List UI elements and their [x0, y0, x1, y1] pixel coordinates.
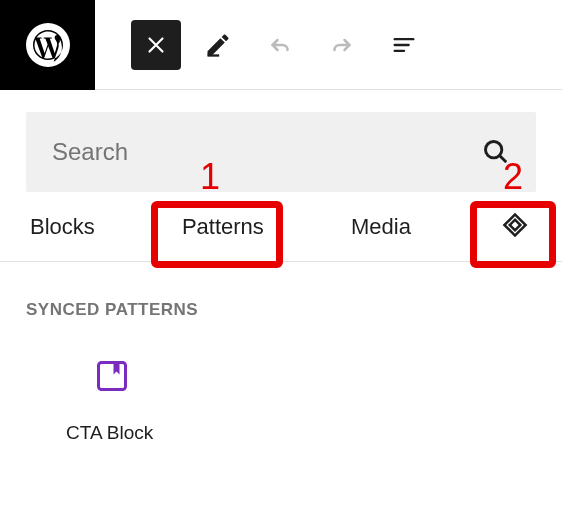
search-input[interactable] [52, 138, 482, 166]
tabs: Blocks Patterns Media [0, 192, 562, 262]
bookmark-block-icon [94, 358, 130, 394]
synced-diamond-icon [500, 210, 530, 240]
topbar [0, 0, 562, 90]
content-area: SYNCED PATTERNS CTA Block [0, 262, 562, 482]
svg-rect-0 [208, 54, 220, 56]
redo-icon [327, 30, 357, 60]
pattern-label: CTA Block [66, 422, 153, 444]
search-icon [482, 138, 510, 166]
svg-rect-4 [99, 363, 126, 390]
search-box[interactable] [26, 112, 536, 192]
tab-media[interactable]: Media [347, 206, 415, 248]
close-icon [143, 32, 169, 58]
tab-blocks[interactable]: Blocks [26, 206, 99, 248]
toolbar [95, 20, 429, 70]
tab-synced-patterns[interactable] [494, 204, 536, 250]
document-outline-button[interactable] [379, 20, 429, 70]
edit-tool-button[interactable] [193, 20, 243, 70]
close-inserter-button[interactable] [131, 20, 181, 70]
pencil-icon [204, 31, 232, 59]
redo-button[interactable] [317, 20, 367, 70]
undo-button[interactable] [255, 20, 305, 70]
pattern-item[interactable]: CTA Block [26, 358, 186, 444]
svg-rect-3 [510, 219, 521, 230]
section-title: SYNCED PATTERNS [26, 300, 536, 320]
wordpress-logo-icon [26, 23, 70, 67]
search-area [0, 90, 562, 192]
wp-logo-block[interactable] [0, 0, 95, 90]
outline-icon [390, 31, 418, 59]
tab-patterns[interactable]: Patterns [178, 206, 268, 248]
undo-icon [265, 30, 295, 60]
svg-rect-2 [504, 214, 525, 235]
tab-active-underline [484, 261, 546, 266]
